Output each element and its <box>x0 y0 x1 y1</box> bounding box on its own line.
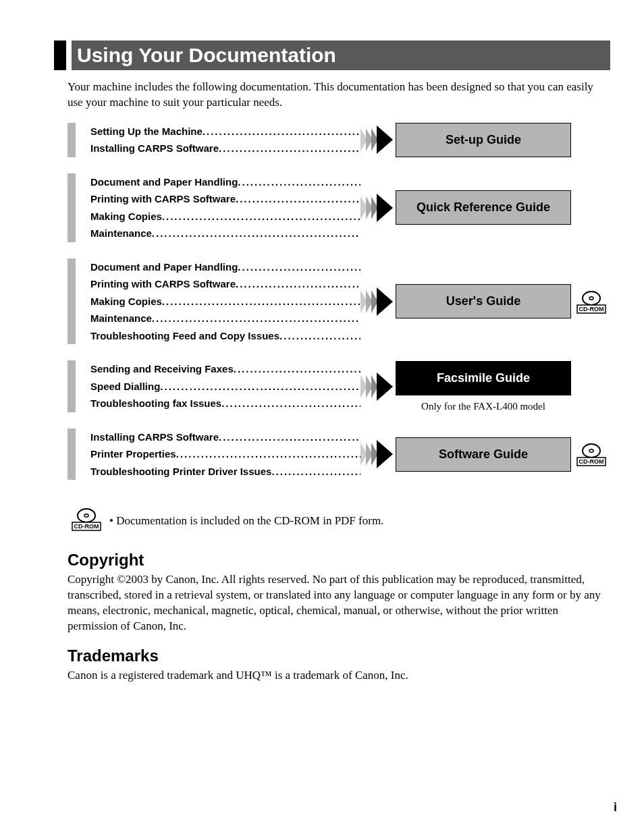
arrow-icon <box>360 194 394 222</box>
page-title: Using Your Documentation <box>72 40 610 70</box>
documentation-sections: Setting Up the MachineInstalling CARPS S… <box>68 123 610 480</box>
trademarks-text: Canon is a registered trademark and UHQ™… <box>68 668 610 684</box>
doc-section-row: Installing CARPS SoftwarePrinter Propert… <box>68 429 610 480</box>
topic-text: Installing CARPS Software <box>90 140 219 157</box>
topic-line: Installing CARPS Software <box>90 140 360 157</box>
section-topics: Document and Paper HandlingPrinting with… <box>90 258 360 345</box>
cd-indicator: CD-ROM <box>572 442 610 466</box>
topic-text: Installing CARPS Software <box>90 429 219 446</box>
svg-marker-23 <box>377 440 393 468</box>
guide-box: Quick Reference Guide <box>396 190 571 225</box>
topic-text: Making Copies <box>90 208 162 225</box>
leader-dots <box>162 293 360 310</box>
guide-column: User's Guide <box>394 284 572 319</box>
svg-text:CD-ROM: CD-ROM <box>579 458 604 465</box>
topic-line: Making Copies <box>90 208 360 225</box>
section-topics: Document and Paper HandlingPrinting with… <box>90 173 360 242</box>
topic-text: Sending and Receiving Faxes <box>90 360 234 378</box>
guide-column: Software Guide <box>394 437 572 472</box>
section-side-bar <box>68 429 76 480</box>
leader-dots <box>219 140 360 157</box>
topic-text: Maintenance <box>90 225 152 242</box>
leader-dots <box>152 225 360 242</box>
topic-text: Printing with CARPS Software <box>90 275 236 293</box>
topic-text: Document and Paper Handling <box>90 173 238 191</box>
topic-text: Printer Properties <box>90 445 176 463</box>
topic-line: Printer Properties <box>90 445 360 463</box>
leader-dots <box>221 395 360 412</box>
copyright-heading: Copyright <box>68 551 610 570</box>
svg-marker-19 <box>377 372 393 401</box>
guide-box: Set-up Guide <box>396 123 571 157</box>
topic-text: Making Copies <box>90 293 162 310</box>
arrow-icon <box>360 126 394 154</box>
doc-section-row: Document and Paper HandlingPrinting with… <box>68 173 610 242</box>
page-title-bar: Using Your Documentation <box>54 40 610 70</box>
topic-text: Printing with CARPS Software <box>90 190 236 208</box>
svg-text:CD-ROM: CD-ROM <box>74 523 99 530</box>
guide-column: Quick Reference Guide <box>394 190 572 225</box>
guide-column: Set-up Guide <box>394 123 572 157</box>
guide-column: Facsimile GuideOnly for the FAX-L400 mod… <box>394 361 572 412</box>
arrow-icon <box>360 287 394 316</box>
page-number: i <box>614 800 617 815</box>
cd-rom-footer-note: CD-ROM • Documentation is included on th… <box>72 507 610 534</box>
leader-dots <box>271 463 360 480</box>
section-topics: Setting Up the MachineInstalling CARPS S… <box>90 123 360 157</box>
topic-line: Maintenance <box>90 310 360 327</box>
svg-marker-11 <box>377 287 393 316</box>
topic-text: Maintenance <box>90 310 152 327</box>
topic-line: Printing with CARPS Software <box>90 275 360 293</box>
topic-line: Printing with CARPS Software <box>90 190 360 208</box>
topic-line: Document and Paper Handling <box>90 258 360 276</box>
leader-dots <box>160 378 360 395</box>
arrow-icon <box>360 372 394 401</box>
leader-dots <box>203 123 360 140</box>
topic-line: Troubleshooting Feed and Copy Issues <box>90 327 360 345</box>
topic-line: Troubleshooting fax Issues <box>90 395 360 412</box>
topic-text: Troubleshooting Printer Driver Issues <box>90 463 271 480</box>
section-side-bar <box>68 173 76 242</box>
doc-section-row: Document and Paper HandlingPrinting with… <box>68 258 610 345</box>
trademarks-heading: Trademarks <box>68 646 610 665</box>
leader-dots <box>236 275 360 293</box>
topic-line: Setting Up the Machine <box>90 123 360 140</box>
leader-dots <box>152 310 360 327</box>
intro-text: Your machine includes the following docu… <box>68 80 610 111</box>
topic-line: Sending and Receiving Faxes <box>90 360 360 378</box>
leader-dots <box>238 173 360 191</box>
topic-text: Troubleshooting fax Issues <box>90 395 221 412</box>
arrow-icon <box>360 440 394 468</box>
doc-section-row: Sending and Receiving FaxesSpeed Diallin… <box>68 360 610 412</box>
guide-box: Software Guide <box>396 437 571 472</box>
footer-note-text: • Documentation is included on the CD-RO… <box>109 514 383 528</box>
leader-dots <box>279 327 360 345</box>
section-topics: Sending and Receiving FaxesSpeed Diallin… <box>90 360 360 412</box>
topic-line: Speed Dialling <box>90 378 360 395</box>
topic-text: Setting Up the Machine <box>90 123 203 140</box>
svg-marker-3 <box>377 126 393 154</box>
section-side-bar <box>68 258 76 345</box>
leader-dots <box>162 208 360 225</box>
topic-text: Document and Paper Handling <box>90 258 238 276</box>
section-side-bar <box>68 123 76 157</box>
doc-section-row: Setting Up the MachineInstalling CARPS S… <box>68 123 610 157</box>
copyright-text: Copyright ©2003 by Canon, Inc. All right… <box>68 572 610 634</box>
topic-line: Document and Paper Handling <box>90 173 360 191</box>
leader-dots <box>238 258 360 276</box>
topic-line: Making Copies <box>90 293 360 310</box>
cd-rom-icon: CD-ROM <box>72 507 101 534</box>
topic-line: Installing CARPS Software <box>90 429 360 446</box>
leader-dots <box>236 190 360 208</box>
leader-dots <box>219 429 360 446</box>
svg-marker-7 <box>377 194 393 222</box>
svg-point-25 <box>589 449 593 453</box>
leader-dots <box>234 360 360 378</box>
guide-note: Only for the FAX-L400 model <box>421 401 545 412</box>
topic-line: Troubleshooting Printer Driver Issues <box>90 463 360 480</box>
leader-dots <box>176 445 360 463</box>
section-topics: Installing CARPS SoftwarePrinter Propert… <box>90 429 360 480</box>
svg-point-29 <box>84 514 88 518</box>
guide-box: Facsimile Guide <box>396 361 571 395</box>
svg-text:CD-ROM: CD-ROM <box>579 306 604 312</box>
